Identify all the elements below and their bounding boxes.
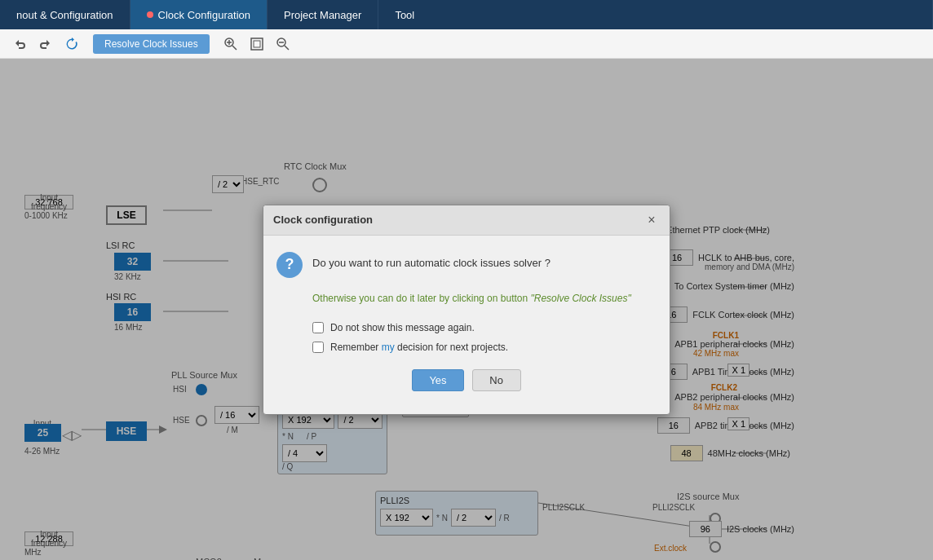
main-content: RTC Clock Mux HSE_RTC / 2 Input frequenc… <box>0 59 933 560</box>
dialog-buttons: Yes No <box>276 369 657 398</box>
hint-prefix: Otherwise you can do it later by clickin… <box>312 293 528 304</box>
dialog-body: ? Do you want to run automatic clock iss… <box>263 236 670 414</box>
dialog-overlay: Clock configuration × ? Do you want to r… <box>0 59 933 560</box>
resolve-btn-label: Resolve Clock Issues <box>104 38 198 50</box>
tab-clock[interactable]: Clock Configuration <box>130 0 268 29</box>
clock-config-dialog: Clock configuration × ? Do you want to r… <box>263 205 670 415</box>
project-tab-label: Project Manager <box>284 9 361 21</box>
tools-tab-label: Tool <box>395 9 414 21</box>
tab-pinout[interactable]: nout & Configuration <box>0 0 130 29</box>
dialog-close-button[interactable]: × <box>643 212 660 228</box>
checkbox-row-1: Do not show this message again. <box>312 322 657 333</box>
undo-button[interactable] <box>8 33 31 55</box>
tab-project[interactable]: Project Manager <box>268 0 378 29</box>
do-not-show-label: Do not show this message again. <box>330 322 475 333</box>
fit-button[interactable] <box>245 33 268 55</box>
clock-tab-label: Clock Configuration <box>158 9 250 21</box>
top-navigation: nout & Configuration Clock Configuration… <box>0 0 933 29</box>
dialog-question-row: ? Do you want to run automatic clock iss… <box>276 252 657 278</box>
dialog-title-bar: Clock configuration × <box>263 205 670 236</box>
zoom-in-button[interactable] <box>219 33 242 55</box>
dialog-main-text: Do you want to run automatic clock issue… <box>312 252 551 269</box>
dialog-title: Clock configuration <box>273 214 373 226</box>
redo-button[interactable] <box>34 33 57 55</box>
svg-rect-5 <box>254 41 260 47</box>
do-not-show-checkbox[interactable] <box>312 322 324 333</box>
tab-tools[interactable]: Tool <box>378 0 933 29</box>
clock-tab-dot <box>147 11 153 18</box>
svg-line-1 <box>232 46 237 50</box>
svg-rect-4 <box>251 38 263 50</box>
hint-button-label: "Resolve Clock Issues" <box>530 293 630 304</box>
remember-decision-label: Remember my decision for next projects. <box>330 342 508 353</box>
refresh-button[interactable] <box>60 33 83 55</box>
question-icon: ? <box>276 252 303 278</box>
pinout-tab-label: nout & Configuration <box>16 9 113 21</box>
resolve-clock-issues-button[interactable]: Resolve Clock Issues <box>93 34 210 54</box>
yes-button[interactable]: Yes <box>412 369 463 391</box>
remember-decision-checkbox[interactable] <box>312 342 324 353</box>
dialog-hint: Otherwise you can do it later by clickin… <box>312 291 657 306</box>
checkbox-row-2: Remember my decision for next projects. <box>312 342 657 353</box>
dialog-checkboxes: Do not show this message again. Remember… <box>312 322 657 353</box>
toolbar: Resolve Clock Issues <box>0 29 933 59</box>
svg-line-7 <box>285 46 289 50</box>
zoom-out-button[interactable] <box>272 33 294 55</box>
no-button[interactable]: No <box>472 369 521 391</box>
